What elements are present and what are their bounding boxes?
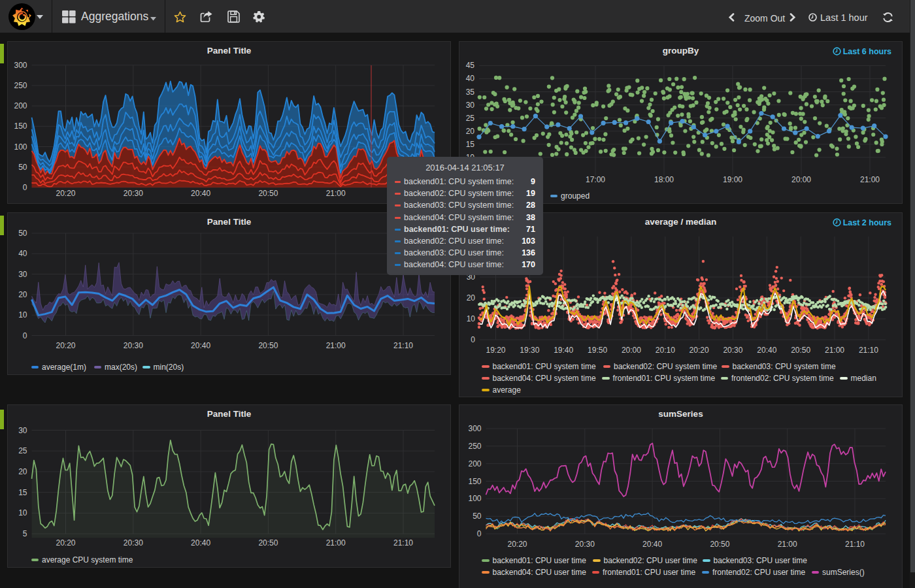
svg-text:20: 20 — [466, 127, 475, 136]
svg-text:20:20: 20:20 — [507, 540, 527, 549]
svg-text:300: 300 — [468, 424, 481, 433]
svg-text:45: 45 — [466, 61, 475, 70]
svg-text:19:30: 19:30 — [520, 346, 539, 355]
svg-text:20:50: 20:50 — [258, 189, 278, 198]
svg-text:50: 50 — [473, 512, 482, 521]
svg-text:10: 10 — [18, 508, 27, 517]
svg-text:19:40: 19:40 — [554, 346, 573, 355]
svg-text:150: 150 — [14, 122, 27, 131]
svg-text:25: 25 — [466, 114, 475, 123]
svg-text:15: 15 — [466, 140, 475, 149]
svg-text:150: 150 — [468, 477, 481, 486]
svg-text:20:20: 20:20 — [690, 346, 709, 355]
svg-text:35: 35 — [466, 88, 475, 97]
svg-text:0: 0 — [477, 529, 482, 538]
svg-text:21:00: 21:00 — [326, 538, 346, 547]
svg-text:25: 25 — [18, 446, 27, 455]
svg-text:21:10: 21:10 — [393, 341, 413, 350]
svg-text:20:00: 20:00 — [791, 175, 811, 184]
svg-text:20:40: 20:40 — [642, 540, 662, 549]
svg-text:21:00: 21:00 — [326, 341, 346, 350]
svg-text:21:10: 21:10 — [393, 538, 413, 547]
svg-text:40: 40 — [466, 74, 475, 83]
svg-text:21:10: 21:10 — [845, 540, 865, 549]
svg-text:19:50: 19:50 — [588, 346, 607, 355]
svg-text:20:30: 20:30 — [124, 189, 143, 198]
svg-text:20:30: 20:30 — [124, 538, 143, 547]
svg-text:20:20: 20:20 — [56, 341, 75, 350]
svg-text:21:10: 21:10 — [859, 346, 878, 355]
svg-text:19:00: 19:00 — [723, 175, 742, 184]
svg-text:20:10: 20:10 — [656, 346, 675, 355]
svg-text:100: 100 — [468, 494, 481, 503]
svg-text:10: 10 — [467, 314, 476, 323]
svg-text:30: 30 — [18, 426, 27, 435]
svg-text:21:00: 21:00 — [825, 346, 844, 355]
svg-text:21:00: 21:00 — [326, 189, 346, 198]
svg-text:20:40: 20:40 — [191, 341, 210, 350]
svg-text:200: 200 — [468, 459, 481, 468]
svg-text:40: 40 — [18, 249, 27, 258]
svg-text:0: 0 — [23, 183, 27, 192]
svg-text:5: 5 — [23, 529, 27, 538]
svg-text:20:50: 20:50 — [258, 538, 278, 547]
svg-text:17:00: 17:00 — [586, 175, 605, 184]
svg-text:20:20: 20:20 — [56, 189, 75, 198]
svg-text:20: 20 — [467, 293, 476, 302]
svg-text:20:00: 20:00 — [622, 346, 641, 355]
svg-text:20: 20 — [18, 290, 27, 299]
svg-text:20:50: 20:50 — [710, 540, 729, 549]
svg-text:20:40: 20:40 — [191, 189, 210, 198]
svg-text:20:20: 20:20 — [56, 538, 75, 547]
svg-text:250: 250 — [14, 81, 27, 90]
svg-text:20:50: 20:50 — [791, 346, 810, 355]
svg-text:300: 300 — [14, 61, 27, 70]
svg-text:0: 0 — [471, 335, 475, 344]
svg-text:20:30: 20:30 — [575, 540, 595, 549]
svg-text:19:20: 19:20 — [486, 346, 505, 355]
svg-text:30: 30 — [466, 101, 475, 110]
svg-text:0: 0 — [23, 331, 27, 340]
svg-text:20:30: 20:30 — [723, 346, 742, 355]
svg-text:20:40: 20:40 — [191, 538, 210, 547]
svg-text:18:00: 18:00 — [654, 175, 674, 184]
svg-text:50: 50 — [18, 229, 27, 238]
svg-text:20:30: 20:30 — [124, 341, 143, 350]
svg-text:20:40: 20:40 — [757, 346, 776, 355]
svg-text:250: 250 — [468, 442, 481, 451]
svg-text:30: 30 — [18, 270, 27, 279]
svg-text:21:00: 21:00 — [860, 175, 880, 184]
svg-text:20: 20 — [18, 467, 27, 476]
svg-text:15: 15 — [18, 488, 27, 497]
svg-text:20:50: 20:50 — [258, 341, 278, 350]
svg-text:10: 10 — [18, 310, 27, 319]
svg-text:200: 200 — [14, 101, 27, 110]
svg-text:21:00: 21:00 — [778, 540, 797, 549]
svg-text:100: 100 — [14, 142, 27, 152]
svg-text:50: 50 — [18, 163, 27, 172]
